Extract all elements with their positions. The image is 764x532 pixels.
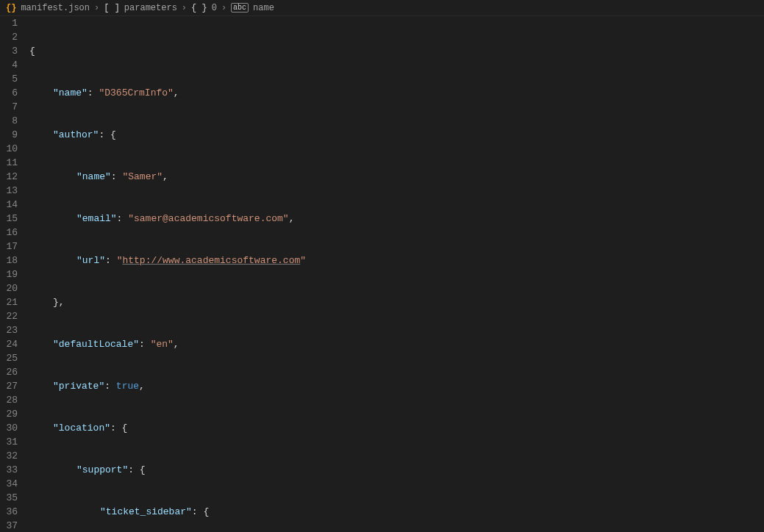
breadcrumb[interactable]: {} manifest.json › [ ] parameters › { } … <box>0 0 764 16</box>
json-file-icon: {} <box>6 3 16 13</box>
breadcrumb-obj-icon: { } <box>191 3 207 13</box>
url-link[interactable]: http://www.academicsoftware.com <box>122 255 300 266</box>
json-key: "ticket_sidebar" <box>100 506 192 517</box>
line-number-gutter: 1234567891011121314151617181920212223242… <box>0 16 26 532</box>
json-key: "name" <box>76 171 111 182</box>
json-string: "en" <box>151 339 174 350</box>
brace-open: { <box>29 46 35 57</box>
json-key: "support" <box>76 464 128 475</box>
json-key: "name" <box>53 87 88 98</box>
breadcrumb-seg-name[interactable]: name <box>253 3 274 13</box>
json-key: "author" <box>53 129 99 140</box>
json-string: "Samer" <box>122 171 163 182</box>
breadcrumb-seg-parameters[interactable]: parameters <box>124 3 177 13</box>
breadcrumb-array-icon: [ ] <box>104 3 120 13</box>
chevron-right-icon: › <box>94 3 99 13</box>
code-content[interactable]: { "name": "D365CrmInfo", "author": { "na… <box>26 16 764 532</box>
json-key: "location" <box>53 423 110 434</box>
json-key: "url" <box>76 255 105 266</box>
json-string: "samer@academicsoftware.com" <box>128 213 288 224</box>
json-bool: true <box>116 381 139 392</box>
breadcrumb-file[interactable]: manifest.json <box>21 3 90 13</box>
code-editor[interactable]: 1234567891011121314151617181920212223242… <box>0 16 764 532</box>
json-string: "D365CrmInfo" <box>99 87 173 98</box>
chevron-right-icon: › <box>221 3 226 13</box>
json-key: "private" <box>53 381 104 392</box>
string-icon: abc <box>231 3 249 12</box>
json-key: "email" <box>76 213 117 224</box>
json-key: "defaultLocale" <box>53 339 139 350</box>
breadcrumb-seg-0[interactable]: 0 <box>212 3 217 13</box>
chevron-right-icon: › <box>182 3 187 13</box>
